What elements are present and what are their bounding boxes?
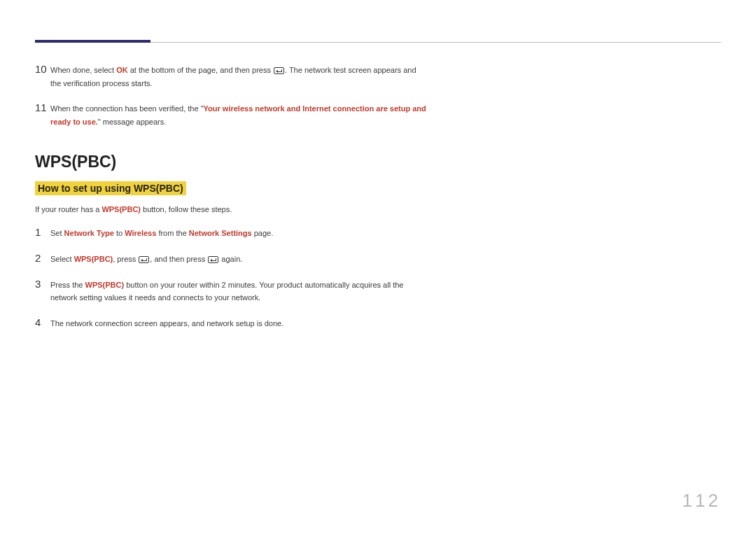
emphasis-text: WPS(PBC) [74, 255, 113, 263]
accent-rule [35, 40, 150, 43]
step-row: 3Press the WPS(PBC) button on your route… [35, 277, 427, 304]
intro-text: If your router has a WPS(PBC) button, fo… [35, 204, 721, 216]
enter-icon [139, 256, 149, 263]
step-number: 3 [35, 277, 50, 291]
body-text: to [114, 229, 125, 237]
body-text: from the [156, 229, 188, 237]
header-rule [35, 42, 721, 43]
page-number: 112 [682, 490, 721, 512]
step-body: The network connection screen appears, a… [50, 316, 427, 330]
subsection-title: How to set up using WPS(PBC) [35, 181, 186, 195]
step-row: 11When the connection has been verified,… [35, 101, 427, 128]
step-row: 10When done, select OK at the bottom of … [35, 62, 427, 90]
body-text: The network connection screen appears, a… [50, 319, 284, 328]
step-number: 4 [35, 316, 50, 330]
body-text: Set [50, 229, 64, 237]
step-number: 2 [35, 251, 50, 265]
steps-main-list: 1Set Network Type to Wireless from the N… [35, 225, 721, 330]
body-text: again. [219, 255, 242, 263]
body-text: " message appears. [98, 118, 166, 126]
step-body: When done, select OK at the bottom of th… [50, 62, 427, 90]
body-text: at the bottom of the page, and then pres… [128, 66, 273, 74]
step-body: Select WPS(PBC), press , and then press … [50, 251, 427, 266]
enter-icon [274, 67, 284, 74]
body-text: When the connection has been verified, t… [50, 104, 204, 113]
emphasis-text: Network Type [64, 229, 114, 237]
step-body: Set Network Type to Wireless from the Ne… [50, 225, 427, 240]
step-number: 11 [35, 101, 50, 115]
emphasis-text: WPS(PBC) [85, 281, 125, 289]
steps-top-list: 10When done, select OK at the bottom of … [35, 62, 721, 129]
body-text: Select [50, 255, 74, 263]
emphasis-text: Wireless [125, 229, 156, 237]
emphasis-text: Network Settings [189, 229, 252, 237]
step-number: 1 [35, 225, 50, 239]
step-row: 2Select WPS(PBC), press , and then press… [35, 251, 427, 266]
step-body: Press the WPS(PBC) button on your router… [50, 277, 427, 304]
body-text: , and then press [150, 255, 207, 263]
body-text: button, follow these steps. [141, 205, 232, 213]
step-body: When the connection has been verified, t… [50, 101, 427, 128]
step-row: 1Set Network Type to Wireless from the N… [35, 225, 427, 240]
body-text: , press [113, 255, 138, 263]
body-text: Press the [50, 281, 85, 289]
step-number: 10 [35, 62, 50, 76]
emphasis-text: OK [116, 66, 128, 74]
enter-icon [208, 256, 218, 263]
emphasis-text: WPS(PBC) [102, 205, 141, 213]
body-text: If your router has a [35, 205, 102, 213]
body-text: page. [252, 229, 274, 237]
step-row: 4The network connection screen appears, … [35, 316, 427, 330]
body-text: When done, select [50, 66, 116, 74]
section-title: WPS(PBC) [35, 153, 721, 171]
